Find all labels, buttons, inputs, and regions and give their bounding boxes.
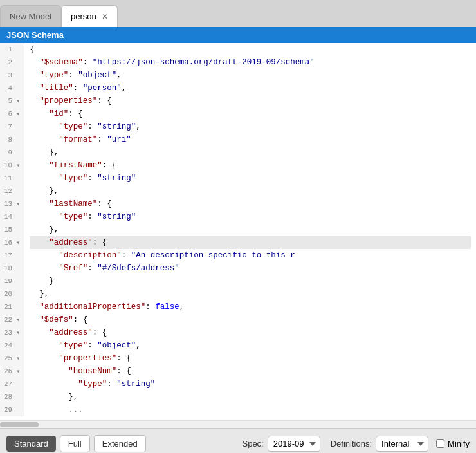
tab-person-label: person <box>71 12 96 21</box>
line-number-8: 8 <box>4 133 20 146</box>
line-number-9: 9 <box>4 146 20 159</box>
code-line-4: "title": "person", <box>30 82 471 95</box>
line-number-27: 27 <box>4 378 20 391</box>
code-line-26: "houseNum": { <box>30 365 471 378</box>
extended-button[interactable]: Extended <box>94 435 146 452</box>
code-line-13: "lastName": { <box>30 198 471 210</box>
code-area: 12345▾6▾78910▾111213▾141516▾171819202122… <box>0 43 476 416</box>
fold-arrow-16[interactable]: ▾ <box>14 239 20 246</box>
minify-text: Minify <box>448 439 470 448</box>
code-line-3: "type": "object", <box>30 69 471 82</box>
code-line-12: }, <box>30 185 471 198</box>
line-number-5: 5▾ <box>4 95 20 107</box>
line-number-25: 25▾ <box>4 352 20 365</box>
code-line-16: "address": { <box>30 236 471 249</box>
code-line-27: "type": "string" <box>30 378 471 391</box>
line-number-21: 21 <box>4 300 20 313</box>
fold-arrow-26[interactable]: ▾ <box>14 367 20 375</box>
code-line-18: "$ref": "#/$defs/address" <box>30 262 471 275</box>
line-number-10: 10▾ <box>4 159 20 172</box>
line-number-23: 23▾ <box>4 326 20 339</box>
standard-button[interactable]: Standard <box>6 436 56 452</box>
scrollbar-thumb[interactable] <box>0 422 39 427</box>
code-line-2: "$schema": "https://json-schema.org/draf… <box>30 56 471 69</box>
full-button[interactable]: Full <box>60 435 90 452</box>
code-line-23: "address": { <box>30 326 471 339</box>
line-number-13: 13▾ <box>4 198 20 210</box>
code-line-28: }, <box>30 391 471 403</box>
code-line-14: "type": "string" <box>30 210 471 223</box>
definitions-label: Definitions: <box>331 439 372 448</box>
code-line-21: "additionalProperties": false, <box>30 300 471 313</box>
horizontal-scrollbar[interactable] <box>0 420 476 428</box>
code-line-24: "type": "object", <box>30 339 471 352</box>
code-line-5: "properties": { <box>30 95 471 107</box>
line-number-15: 15 <box>4 223 20 236</box>
line-number-1: 1 <box>4 43 20 56</box>
line-number-7: 7 <box>4 120 20 133</box>
fold-arrow-13[interactable]: ▾ <box>14 200 20 208</box>
code-line-9: }, <box>30 146 471 159</box>
line-number-2: 2 <box>4 56 20 69</box>
line-number-4: 4 <box>4 82 20 95</box>
line-number-29: 29 <box>4 403 20 416</box>
spec-label: Spec: <box>242 439 263 448</box>
fold-arrow-6[interactable]: ▾ <box>14 110 20 118</box>
line-number-24: 24 <box>4 339 20 352</box>
code-line-25: "properties": { <box>30 352 471 365</box>
line-number-12: 12 <box>4 185 20 198</box>
code-line-15: }, <box>30 223 471 236</box>
line-number-11: 11 <box>4 172 20 185</box>
bottom-toolbar: Standard Full Extended Spec: draft-04dra… <box>0 428 476 453</box>
code-line-17: "description": "An description specific … <box>30 249 471 262</box>
tab-new-model-label: New Model <box>10 12 51 21</box>
tab-person[interactable]: person ✕ <box>61 5 118 27</box>
code-line-10: "firstName": { <box>30 159 471 172</box>
line-number-14: 14 <box>4 210 20 223</box>
code-lines: { "$schema": "https://json-schema.org/dr… <box>24 43 476 416</box>
line-number-3: 3 <box>4 69 20 82</box>
code-line-29: ... <box>30 403 471 416</box>
tab-bar: New Model person ✕ <box>0 0 476 27</box>
tab-new-model[interactable]: New Model <box>0 5 61 27</box>
code-line-1: { <box>30 43 471 56</box>
json-schema-header: JSON Schema <box>0 27 476 43</box>
definitions-select[interactable]: InternalExternalNone <box>376 436 428 452</box>
line-number-17: 17 <box>4 249 20 262</box>
line-number-18: 18 <box>4 262 20 275</box>
code-line-20: }, <box>30 288 471 300</box>
fold-arrow-22[interactable]: ▾ <box>14 316 20 324</box>
line-number-28: 28 <box>4 391 20 403</box>
code-editor[interactable]: 12345▾6▾78910▾111213▾141516▾171819202122… <box>0 43 476 420</box>
line-numbers: 12345▾6▾78910▾111213▾141516▾171819202122… <box>0 43 24 416</box>
line-number-6: 6▾ <box>4 107 20 120</box>
line-number-26: 26▾ <box>4 365 20 378</box>
fold-arrow-23[interactable]: ▾ <box>14 329 20 337</box>
code-line-11: "type": "string" <box>30 172 471 185</box>
code-line-19: } <box>30 275 471 288</box>
line-number-16: 16▾ <box>4 236 20 249</box>
tab-close-icon[interactable]: ✕ <box>102 13 108 21</box>
code-line-22: "$defs": { <box>30 313 471 326</box>
json-schema-title: JSON Schema <box>6 30 64 40</box>
line-number-20: 20 <box>4 288 20 300</box>
spec-select[interactable]: draft-04draft-06draft-072019-092020-12 <box>268 436 320 452</box>
code-line-6: "id": { <box>30 107 471 120</box>
fold-arrow-25[interactable]: ▾ <box>14 355 20 362</box>
line-number-22: 22▾ <box>4 313 20 326</box>
minify-checkbox[interactable] <box>436 439 444 448</box>
code-line-8: "format": "uri" <box>30 133 471 146</box>
minify-label[interactable]: Minify <box>436 439 470 448</box>
code-line-7: "type": "string", <box>30 120 471 133</box>
fold-arrow-5[interactable]: ▾ <box>14 97 20 105</box>
line-number-19: 19 <box>4 275 20 288</box>
fold-arrow-10[interactable]: ▾ <box>14 162 20 169</box>
